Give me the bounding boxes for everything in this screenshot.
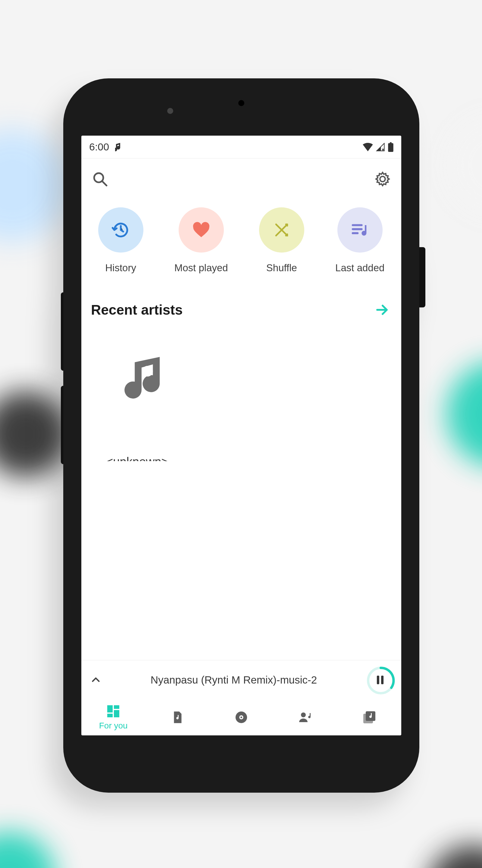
tab-albums[interactable]: [219, 709, 264, 726]
quick-shuffle[interactable]: Shuffle: [259, 207, 304, 274]
library-icon: [362, 710, 377, 724]
screen: 6:00: [81, 135, 401, 735]
quick-most-played[interactable]: Most played: [174, 207, 228, 274]
recent-artists-more-button[interactable]: [372, 300, 392, 319]
tab-playlists[interactable]: [347, 708, 392, 726]
svg-point-4: [142, 366, 153, 376]
bottom-nav: For you: [81, 699, 401, 735]
svg-rect-0: [390, 142, 392, 143]
tab-artists[interactable]: [283, 708, 328, 726]
playlist-icon: [350, 220, 369, 240]
svg-rect-11: [107, 714, 113, 717]
svg-rect-8: [107, 705, 113, 712]
quick-history-label: History: [105, 262, 136, 274]
wifi-icon: [363, 143, 373, 151]
svg-rect-1: [388, 143, 393, 152]
svg-point-15: [301, 712, 306, 717]
heart-icon: [192, 220, 211, 240]
phone-camera: [238, 100, 244, 106]
dashboard-icon: [106, 704, 121, 718]
chevron-up-icon: [90, 675, 101, 685]
play-pause-button[interactable]: [366, 666, 394, 694]
svg-rect-9: [114, 705, 119, 709]
music-file-icon: [170, 710, 184, 724]
status-time: 6:00: [89, 141, 109, 153]
shuffle-icon: [273, 221, 290, 239]
tab-songs[interactable]: [155, 709, 200, 726]
artist-card[interactable]: <unknown>: [91, 326, 196, 461]
cell-signal-icon: [376, 143, 385, 151]
phone-sensor: [167, 108, 173, 114]
svg-rect-10: [114, 710, 119, 717]
quick-history[interactable]: History: [98, 207, 143, 274]
phone-frame: 6:00: [63, 79, 419, 793]
quick-last-added[interactable]: Last added: [335, 207, 384, 274]
artist-name: <unknown>: [106, 455, 168, 461]
search-icon: [92, 171, 108, 187]
quick-access-row: History Most played Shuffle Last added: [81, 197, 401, 281]
now-playing-title: Nyanpasu (Rynti M Remix)-music-2: [108, 674, 360, 686]
quick-shuffle-label: Shuffle: [266, 262, 297, 274]
gear-icon: [375, 171, 390, 187]
phone-volume-down-button: [61, 386, 63, 464]
recent-artists-title: Recent artists: [91, 302, 183, 318]
phone-volume-up-button: [61, 292, 63, 371]
arrow-right-icon: [375, 303, 389, 317]
tab-for-you[interactable]: For you: [91, 702, 136, 733]
quick-most-played-label: Most played: [174, 262, 228, 274]
mini-player[interactable]: Nyanpasu (Rynti M Remix)-music-2: [81, 660, 401, 699]
quick-last-added-label: Last added: [335, 262, 384, 274]
battery-icon: [388, 142, 393, 152]
artist-icon: [298, 710, 312, 724]
history-icon: [111, 220, 130, 240]
disc-icon: [234, 710, 248, 724]
phone-power-button: [419, 247, 425, 307]
tab-for-you-label: For you: [99, 721, 128, 731]
settings-button[interactable]: [373, 169, 392, 189]
svg-line-3: [102, 181, 107, 186]
music-note-icon: [115, 142, 122, 152]
status-bar: 6:00: [81, 135, 401, 158]
search-button[interactable]: [90, 169, 110, 189]
svg-point-14: [240, 716, 242, 718]
artist-placeholder-icon: [91, 326, 196, 431]
